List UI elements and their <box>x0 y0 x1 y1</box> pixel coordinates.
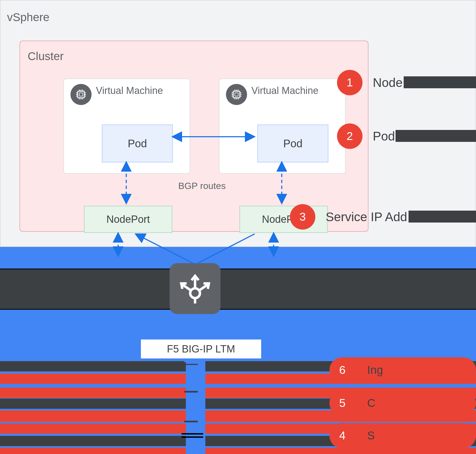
annotation-badge-2: 2 <box>337 123 362 149</box>
thin-line <box>184 364 198 365</box>
vm-label: Virtual Machine <box>251 85 318 96</box>
cluster-title: Cluster <box>28 50 64 63</box>
pill-num: 6 <box>339 364 345 377</box>
pod-box: Pod <box>257 125 328 162</box>
vm-box-2: Virtual Machine Pod <box>219 79 346 174</box>
vsphere-title: vSphere <box>7 11 49 24</box>
svg-rect-1 <box>79 93 83 96</box>
stripe <box>0 436 186 446</box>
pill-num: 4 <box>339 429 345 442</box>
stripe <box>0 410 186 422</box>
stripe <box>0 361 186 371</box>
vm-label: Virtual Machine <box>96 85 163 96</box>
annotation-badge-1: 1 <box>337 70 362 95</box>
stripe <box>0 374 186 384</box>
annotation-label-2: Pod <box>373 129 395 143</box>
thin-line <box>184 391 198 393</box>
stripe <box>0 399 186 409</box>
label-redaction <box>409 211 476 223</box>
stripe <box>0 388 186 398</box>
annotation-label-3: Service IP Add <box>326 210 407 224</box>
nodeport-box: NodePort <box>84 206 172 233</box>
svg-rect-0 <box>78 91 84 98</box>
pill-label: C <box>367 397 375 410</box>
label-redaction <box>396 130 476 142</box>
cpu-icon <box>70 84 92 105</box>
bgp-routes-label: BGP routes <box>178 181 226 191</box>
annotation-badge-3: 3 <box>290 204 315 230</box>
stripe <box>0 448 186 454</box>
stripe <box>205 448 476 454</box>
thin-line <box>184 421 198 422</box>
annotation-pill-4: 4 S <box>329 423 476 448</box>
f5-bigip-label: F5 BIG-IP LTM <box>141 339 261 358</box>
cpu-icon <box>226 84 247 105</box>
thin-line <box>182 436 203 438</box>
vm-box-1: Virtual Machine Pod <box>63 79 190 174</box>
cluster-box: Cluster <box>20 41 368 232</box>
svg-point-28 <box>190 288 200 298</box>
thin-line <box>182 433 203 435</box>
pill-num: 5 <box>339 397 345 410</box>
annotation-pill-5: 5 C <box>329 390 476 416</box>
dark-band-1 <box>0 269 476 310</box>
svg-rect-15 <box>235 93 238 96</box>
pod-box: Pod <box>102 125 173 162</box>
load-balancer-icon <box>170 263 221 314</box>
stripe <box>0 423 186 434</box>
annotation-label-1: Node <box>373 75 403 90</box>
pill-label: Ing <box>367 364 383 377</box>
pill-label: S <box>367 429 375 442</box>
thin-line <box>184 361 198 362</box>
annotation-pill-6: 6 Ing <box>329 357 476 383</box>
svg-rect-14 <box>233 91 240 98</box>
label-redaction <box>404 76 476 88</box>
